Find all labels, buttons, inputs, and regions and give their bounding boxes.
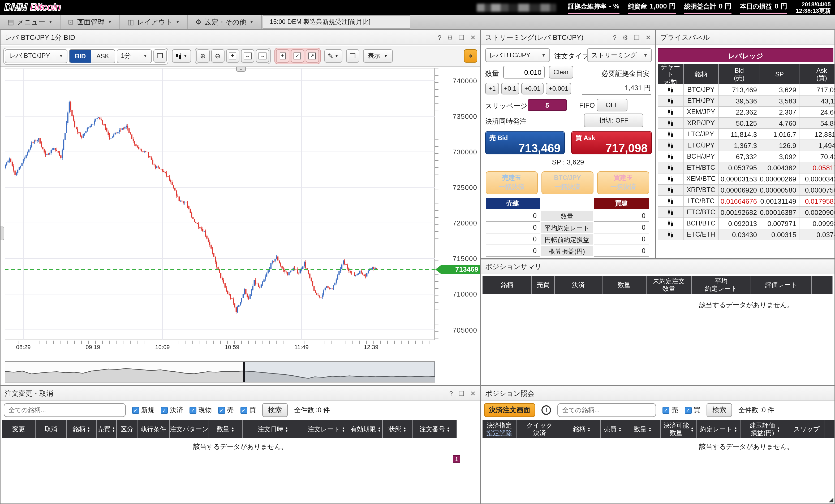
bid-cell[interactable]: 22.362 <box>719 107 760 117</box>
filter-checkbox-現物[interactable]: ✓現物 <box>189 405 212 415</box>
checkbox-checked-icon[interactable]: ✓ <box>663 407 669 414</box>
chart-launch-button[interactable] <box>658 207 684 217</box>
column-header[interactable]: 注文日時▲▼ <box>243 420 304 438</box>
ask-cell[interactable]: 0.01795825 <box>799 196 835 206</box>
bid-cell[interactable]: 0.00006920 <box>719 185 760 195</box>
sort-icon[interactable]: ▲▼ <box>691 426 694 432</box>
bid-cell[interactable]: 0.092013 <box>719 218 760 229</box>
popout-window-icon[interactable]: ❐ <box>459 34 465 41</box>
chart-launch-button[interactable] <box>658 229 684 240</box>
gear-icon[interactable]: ⚙ <box>447 34 453 41</box>
sort-icon[interactable]: ▲▼ <box>112 426 116 432</box>
sell-bid-button[interactable]: 売 Bid 713,469 <box>485 131 565 154</box>
bulk-close-sell-button[interactable]: 売建玉 一括決済 <box>486 171 538 194</box>
sort-icon[interactable]: ▲▼ <box>587 426 591 432</box>
chart-launch-button[interactable] <box>658 129 684 140</box>
ask-cell[interactable]: 0.099984 <box>799 218 835 229</box>
search-button[interactable]: 検索 <box>262 403 288 417</box>
deselect-link[interactable]: 指定解除 <box>487 429 512 437</box>
ask-cell[interactable]: 54.885 <box>799 118 835 128</box>
chart-launch-button[interactable] <box>658 196 684 206</box>
checkbox-checked-icon[interactable]: ✓ <box>685 407 691 414</box>
select-annotation-button[interactable]: ✓ <box>291 49 304 63</box>
qty-plus-0.01-button[interactable]: +0.01 <box>521 83 544 94</box>
add-annotation-button[interactable]: + <box>276 49 289 63</box>
crosshair-button[interactable]: ⌖ <box>464 49 477 63</box>
column-header[interactable]: 注文レート▲▼ <box>304 420 349 438</box>
ask-cell[interactable]: 717,098 <box>799 84 835 95</box>
menu-item-menu[interactable]: ▤メニュー▼ <box>0 15 61 29</box>
page-1-button[interactable]: 1 <box>453 455 460 463</box>
bulk-close-buy-button[interactable]: 買建玉 一括決済 <box>597 171 649 194</box>
horizontal-zoom-button[interactable]: ↔ <box>241 49 254 63</box>
ask-cell[interactable]: 0.00007500 <box>799 185 835 195</box>
leverage-tab[interactable]: レバレッジ <box>658 48 833 62</box>
help-icon[interactable]: ? <box>449 390 453 397</box>
column-header[interactable]: 売買▲▼ <box>97 420 117 438</box>
sort-icon[interactable]: ▲▼ <box>403 426 407 432</box>
chart-launch-button[interactable] <box>658 173 684 184</box>
collapse-handle[interactable]: ▲ <box>236 67 246 71</box>
column-header[interactable]: 数量▲▼ <box>209 420 243 438</box>
sort-icon[interactable]: ▲▼ <box>734 426 737 432</box>
filter-checkbox-買[interactable]: ✓買 <box>685 405 700 415</box>
bid-cell[interactable]: 0.00003153 <box>719 173 760 184</box>
column-header[interactable]: 有効期限▲▼ <box>349 420 383 438</box>
ask-cell[interactable]: 1,494.2 <box>799 140 835 151</box>
checkbox-checked-icon[interactable]: ✓ <box>161 407 168 414</box>
column-header[interactable]: 銘柄▲▼ <box>67 420 97 438</box>
column-header[interactable]: 数量▲▼ <box>625 420 661 438</box>
bulk-close-all-button[interactable]: BTC/JPY 一括決済 <box>542 171 593 194</box>
chart-symbol-select[interactable]: レバ BTC/JPY▼ <box>5 49 67 63</box>
gear-icon[interactable]: ⚙ <box>623 34 628 41</box>
column-header[interactable]: 売買▲▼ <box>601 420 625 438</box>
help-icon[interactable]: ? <box>613 34 616 41</box>
warning-icon[interactable]: ! <box>542 405 551 415</box>
ask-cell[interactable]: 12,831.0 <box>799 129 835 140</box>
draw-button[interactable]: ✎ ▼ <box>324 49 342 63</box>
bid-cell[interactable]: 67,332 <box>719 151 760 162</box>
column-header[interactable]: 約定レート▲▼ <box>697 420 741 438</box>
column-header[interactable]: 決済可能 数量▲▼ <box>661 420 697 438</box>
chart-launch-button[interactable] <box>658 151 684 162</box>
qty-plus-1-button[interactable]: +1 <box>485 83 499 94</box>
search-button[interactable]: 検索 <box>707 403 732 417</box>
checkbox-checked-icon[interactable]: ✓ <box>132 407 139 414</box>
scroll-to-latest-button[interactable]: → <box>256 49 269 63</box>
checkbox-checked-icon[interactable]: ✓ <box>240 407 247 414</box>
ask-cell[interactable]: 0.00003422 <box>799 173 835 184</box>
chart-launch-button[interactable] <box>658 107 684 117</box>
filter-checkbox-新規[interactable]: ✓新規 <box>132 405 155 415</box>
ask-cell[interactable]: 0.058177 <box>799 162 835 173</box>
symbol-search-input[interactable] <box>4 403 126 417</box>
close-icon[interactable]: ✕ <box>470 390 476 397</box>
chart-launch-button[interactable] <box>658 118 684 128</box>
chart-launch-button[interactable] <box>658 162 684 173</box>
help-icon[interactable]: ? <box>438 34 441 41</box>
stoploss-toggle-button[interactable]: 損切: OFF <box>584 113 644 127</box>
filter-checkbox-売[interactable]: ✓売 <box>663 405 678 415</box>
bid-cell[interactable]: 0.053795 <box>719 162 760 173</box>
checkbox-checked-icon[interactable]: ✓ <box>189 407 197 414</box>
ask-cell[interactable]: 24.669 <box>799 107 835 117</box>
sort-icon[interactable]: ▲▼ <box>342 426 345 432</box>
sort-icon[interactable]: ▲▼ <box>378 426 381 432</box>
compare-chart-icon[interactable]: ❐ <box>153 49 166 63</box>
popup-chart-button[interactable]: ❐ <box>346 49 359 63</box>
zoom-in-button[interactable]: ⊕ <box>196 49 209 63</box>
ask-cell[interactable]: 0.00209069 <box>799 207 835 217</box>
bid-cell[interactable]: 0.00192682 <box>719 207 760 217</box>
sort-icon[interactable]: ▲▼ <box>447 426 450 432</box>
qty-plus-0.001-button[interactable]: +0.001 <box>546 83 571 94</box>
fifo-toggle-button[interactable]: OFF <box>597 99 628 111</box>
bid-button[interactable]: BID <box>69 49 91 62</box>
column-header[interactable]: 状態▲▼ <box>383 420 413 438</box>
menu-item-gear[interactable]: ⚙設定・その他▼ <box>188 15 261 29</box>
menu-item-layout[interactable]: ◫レイアウト▼ <box>120 15 188 29</box>
chart-interval-select[interactable]: 1分▼ <box>117 49 151 63</box>
slippage-value[interactable]: 5 <box>528 99 567 111</box>
close-icon[interactable]: ✕ <box>470 34 476 41</box>
qty-plus-0.1-button[interactable]: +0.1 <box>501 83 519 94</box>
bid-cell[interactable]: 11,814.3 <box>719 129 760 140</box>
clear-button[interactable]: Clear <box>549 66 573 79</box>
